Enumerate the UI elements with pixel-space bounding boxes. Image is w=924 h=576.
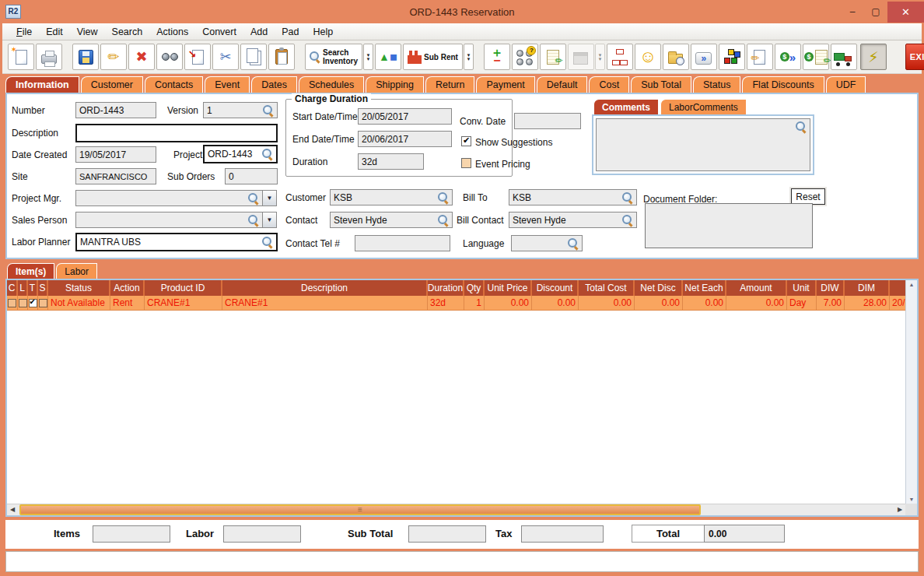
labor-planner-field[interactable]: MANTRA UBS	[75, 233, 278, 251]
delivery-truck-button[interactable]	[831, 44, 857, 70]
col-header-t[interactable]: T	[28, 280, 38, 296]
add-remove-button[interactable]: ＋−	[484, 44, 510, 70]
tab-information[interactable]: Information	[5, 76, 79, 93]
reset-button[interactable]: Reset	[791, 188, 825, 205]
project-mgr-dropdown[interactable]: ▼	[262, 190, 277, 206]
table-row[interactable]: Not Available Rent CRANE#1 CRANE#1 32d 1…	[7, 296, 905, 311]
col-header-s[interactable]: S	[38, 280, 48, 296]
save-button[interactable]	[72, 44, 99, 70]
notes-button[interactable]	[540, 44, 566, 70]
menu-file[interactable]: File	[9, 25, 39, 39]
search-icon[interactable]	[248, 215, 259, 226]
tab-event[interactable]: Event	[205, 76, 250, 93]
conv-date-field[interactable]	[514, 113, 581, 129]
delete-button[interactable]: ✖	[128, 44, 155, 70]
availability-button[interactable]	[512, 44, 538, 70]
tab-customer[interactable]: Customer	[81, 76, 143, 93]
comments-field[interactable]	[596, 118, 810, 171]
scroll-right-icon[interactable]: ▶	[894, 504, 905, 515]
show-suggestions-checkbox[interactable]	[461, 136, 471, 146]
folder-history-button[interactable]	[663, 44, 689, 70]
find-button[interactable]	[156, 44, 183, 70]
col-header-net-disc[interactable]: Net Disc	[635, 280, 683, 296]
sub-orders-field[interactable]: 0	[225, 168, 278, 184]
menu-actions[interactable]: Actions	[149, 25, 195, 39]
sales-person-field[interactable]	[75, 212, 263, 228]
tab-schedules[interactable]: Schedules	[299, 76, 364, 93]
exit-button[interactable]: EXIT	[905, 44, 924, 70]
col-header-amount[interactable]: Amount	[726, 280, 787, 296]
col-header-product-id[interactable]: Product ID	[145, 280, 222, 296]
bill-to-field[interactable]: KSB	[509, 189, 637, 205]
tab-cost[interactable]: Cost	[589, 76, 629, 93]
search-icon[interactable]	[262, 237, 273, 248]
tab-payment[interactable]: Payment	[476, 76, 534, 93]
col-header-dim[interactable]: DIM	[845, 280, 890, 296]
sales-person-dropdown[interactable]: ▼	[262, 212, 277, 228]
tab-labor-comments[interactable]: LaborComments	[660, 99, 747, 114]
row-checkbox-s[interactable]	[39, 299, 47, 307]
tab-dates[interactable]: Dates	[251, 76, 297, 93]
tab-return[interactable]: Return	[425, 76, 475, 93]
search-icon[interactable]	[263, 105, 274, 116]
menu-help[interactable]: Help	[306, 25, 340, 39]
new-document-button[interactable]	[8, 44, 34, 70]
vertical-scrollbar[interactable]: ▲ ▼	[905, 280, 917, 504]
project-mgr-field[interactable]	[75, 190, 263, 206]
menu-pad[interactable]: Pad	[275, 25, 306, 39]
scroll-left-icon[interactable]: ◀	[7, 504, 18, 515]
tab-status[interactable]: Status	[693, 76, 740, 93]
convert-button[interactable]: ▲ ◼	[375, 44, 401, 70]
shortcut-key-button[interactable]: »	[691, 44, 717, 70]
search-icon[interactable]	[796, 121, 807, 132]
org-chart-button[interactable]	[607, 44, 633, 70]
col-header-net-each[interactable]: Net Each	[683, 280, 726, 296]
tab-udf[interactable]: UDF	[826, 76, 866, 93]
sub-rent-dropdown[interactable]: ▼▼	[464, 44, 474, 70]
start-date-field[interactable]: 20/05/2017	[358, 108, 452, 125]
end-date-field[interactable]: 20/06/2017	[358, 131, 452, 147]
tab-contacts[interactable]: Contacts	[145, 76, 203, 93]
smiley-button[interactable]: ☺	[635, 44, 661, 70]
menu-convert[interactable]: Convert	[195, 25, 243, 39]
scroll-up-icon[interactable]: ▲	[909, 282, 915, 287]
col-header-action[interactable]: Action	[110, 280, 145, 296]
scroll-down-icon[interactable]: ▼	[909, 497, 915, 502]
col-header-unit-price[interactable]: Unit Price	[485, 280, 532, 296]
contact-tel-field[interactable]	[355, 235, 450, 251]
duration-field[interactable]: 32d	[358, 153, 424, 170]
lightning-button[interactable]: ⚡	[860, 44, 887, 70]
col-header-extra[interactable]	[890, 280, 905, 296]
description-field[interactable]	[75, 124, 278, 142]
bill-contact-field[interactable]: Steven Hyde	[509, 212, 637, 228]
cut-button[interactable]: ✂	[212, 44, 239, 70]
col-header-diw[interactable]: DIW	[817, 280, 845, 296]
col-header-total-cost[interactable]: Total Cost	[579, 280, 635, 296]
menu-search[interactable]: Search	[105, 25, 150, 39]
tab-items[interactable]: Item(s)	[7, 263, 54, 279]
contact-field[interactable]: Steven Hyde	[330, 212, 453, 228]
tab-default[interactable]: Default	[537, 76, 588, 93]
col-header-unit[interactable]: Unit	[787, 280, 817, 296]
edit-document-button[interactable]	[747, 44, 773, 70]
row-checkbox-t[interactable]	[29, 299, 37, 307]
project-field[interactable]: ORD-1443	[203, 145, 278, 163]
col-header-discount[interactable]: Discount	[532, 280, 579, 296]
col-header-duration[interactable]: Duration	[428, 280, 464, 296]
tab-flat-discounts[interactable]: Flat Discounts	[742, 76, 824, 93]
document-folder-field[interactable]	[645, 203, 813, 248]
event-pricing-checkbox[interactable]	[461, 158, 471, 168]
paste-button[interactable]	[268, 44, 295, 70]
sub-rent-button[interactable]: Sub Rent	[403, 44, 463, 70]
cubes-button[interactable]	[719, 44, 745, 70]
menu-view[interactable]: View	[70, 25, 105, 39]
date-created-field[interactable]: 19/05/2017	[75, 146, 156, 163]
customer-field[interactable]: KSB	[330, 189, 453, 205]
search-inventory-button[interactable]: SearchInventory	[305, 44, 362, 70]
copy-button[interactable]	[240, 44, 267, 70]
search-inventory-dropdown[interactable]: ▼▼	[363, 44, 373, 70]
row-checkbox-c[interactable]	[8, 299, 16, 307]
search-icon[interactable]	[248, 193, 259, 204]
col-header-c[interactable]: C	[7, 280, 18, 296]
language-field[interactable]	[511, 235, 583, 251]
